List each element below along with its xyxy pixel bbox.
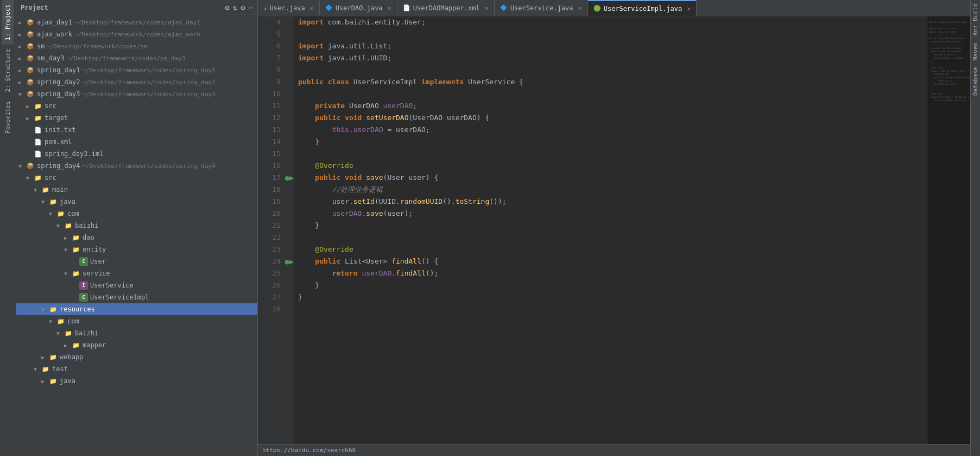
tab-close-user-java[interactable]: ✕ — [310, 4, 314, 12]
tree-item-spring-day4-test-java[interactable]: ▶ 📁 java — [16, 375, 257, 387]
label-spring-day4-entity: entity — [83, 246, 106, 253]
line-num-7: 7 — [258, 52, 281, 64]
tree-item-spring-day4-test[interactable]: ▼ 📁 test — [16, 363, 257, 375]
bp-11 — [285, 100, 294, 112]
tree-item-spring-day3-target[interactable]: ▶ 📁 target — [16, 112, 257, 124]
tree-item-spring-day3[interactable]: ▼ 📦 spring_day3 ~/Desktop/framework/code… — [16, 88, 257, 100]
tree-item-ajax-day1[interactable]: ▶ 📦 ajax_day1 ~/Desktop/framework/codes/… — [16, 16, 257, 28]
arrow-spring-day2: ▶ — [18, 79, 26, 85]
tree-item-spring-day4-userserviceimpl[interactable]: C UserServiceImpl — [16, 291, 257, 303]
tree-item-sm-day3[interactable]: ▶ 📦 sm_day3 ~/Desktop/framework/codes/sm… — [16, 52, 257, 64]
line-num-16: 16 — [258, 160, 281, 172]
bp-7 — [285, 52, 294, 64]
tree-item-spring-day4-user-class[interactable]: C User — [16, 255, 257, 267]
project-panel: Project ⚙ ⇅ ⚙ − ▶ 📦 ajax_day1 ~/Desktop/… — [16, 0, 258, 456]
minus-icon[interactable]: − — [249, 3, 253, 12]
code-line-21: } — [298, 220, 922, 232]
tree-item-spring-day2[interactable]: ▶ 📦 spring_day2 ~/Desktop/framework/code… — [16, 76, 257, 88]
arrow-spring-day4-resources: ▼ — [41, 307, 49, 313]
label-spring-day4-service: service — [83, 270, 110, 277]
tab-userdaomapper-xml[interactable]: 📄 UserDAOMapper.xml ✕ — [397, 0, 495, 16]
code-editor: 4 5 6 7 8 9 10 11 12 13 14 15 16 17 18 1… — [258, 16, 970, 444]
tab-label-userdaomapper: UserDAOMapper.xml — [413, 4, 480, 12]
tree-item-sm[interactable]: ▶ 📦 sm ~/Desktop/framework/codes/sm — [16, 40, 257, 52]
label-spring-day2: spring_day2 — [37, 78, 80, 86]
folder-icon-spring-day4-src: 📁 — [34, 173, 42, 182]
tab-close-userservice[interactable]: ✕ — [578, 4, 581, 12]
arrow-spring-day4: ▼ — [18, 163, 26, 169]
tree-item-spring-day4-service[interactable]: ▼ 📁 service — [16, 267, 257, 279]
code-line-5 — [298, 28, 922, 40]
tab-icon-userdao: 🔷 — [325, 4, 333, 11]
folder-icon-target: 📁 — [34, 114, 42, 122]
minimap: import com.baizhi.entity.User; import ja… — [927, 16, 970, 444]
tree-item-spring-day4-webapp[interactable]: ▶ 📁 webapp — [16, 351, 257, 363]
layout-icon[interactable]: ⇅ — [233, 3, 237, 12]
favorites-tab-strip[interactable]: Favorites — [2, 97, 14, 138]
bp-27 — [285, 291, 294, 303]
bp-21 — [285, 220, 294, 232]
tree-item-spring-day4-main[interactable]: ▼ 📁 main — [16, 184, 257, 196]
tree-item-spring-day1[interactable]: ▶ 📦 spring_day1 ~/Desktop/framework/code… — [16, 64, 257, 76]
code-content[interactable]: import com.baizhi.entity.User; import ja… — [294, 16, 927, 444]
code-line-10 — [298, 88, 922, 100]
arrow-sm: ▶ — [18, 43, 26, 49]
settings-icon[interactable]: ⚙ — [225, 3, 229, 12]
tree-item-spring-day4-res-mapper[interactable]: ▶ 📁 mapper — [16, 339, 257, 351]
right-panels-strip: Ant Build Maven Database — [970, 0, 980, 456]
arrow-spring-day4-entity: ▼ — [64, 247, 72, 253]
tree-item-ajax-work[interactable]: ▶ 📦 ajax_work ~/Desktop/framework/codes/… — [16, 28, 257, 40]
label-spring-day4-test: test — [52, 365, 68, 373]
tab-user-java[interactable]: ☕ User.java ✕ — [258, 0, 320, 16]
tree-item-spring-day4-resources[interactable]: ▼ 📁 resources — [16, 303, 257, 315]
bp-4 — [285, 16, 294, 28]
database-panel[interactable]: Database — [971, 64, 980, 99]
tab-icon-userserviceimpl: 🟢 — [593, 5, 601, 12]
code-line-24: public List<User> findAll() { — [298, 255, 922, 267]
project-header: Project ⚙ ⇅ ⚙ − — [16, 0, 257, 15]
tab-userserviceimpl-java[interactable]: 🟢 UserServiceImpl.java ✕ — [588, 0, 697, 16]
tree-item-spring-day4-src[interactable]: ▼ 📁 src — [16, 172, 257, 184]
tree-item-spring-day4-java[interactable]: ▼ 📁 java — [16, 196, 257, 208]
project-tab-strip[interactable]: 1: Project — [2, 0, 14, 45]
tab-close-userserviceimpl[interactable]: ✕ — [687, 5, 691, 13]
tab-userdao-java[interactable]: 🔷 UserDAO.java ✕ — [320, 0, 397, 16]
ant-build-panel[interactable]: Ant Build — [971, 0, 980, 39]
structure-tab-strip[interactable]: 2: Structure — [2, 45, 14, 96]
label-spring-day4-src: src — [45, 174, 56, 182]
tree-item-spring-day4-res-baizhi[interactable]: ▼ 📁 baizhi — [16, 327, 257, 339]
maven-panel[interactable]: Maven — [971, 39, 980, 64]
tree-item-spring-day3-pom[interactable]: 📄 pom.xml — [16, 136, 257, 148]
txt-icon-init: 📄 — [34, 126, 42, 134]
folder-icon-spring-day4-main: 📁 — [41, 185, 50, 194]
tree-item-spring-day4-userservice[interactable]: I UserService — [16, 279, 257, 291]
code-line-6: import java.util.List; — [298, 40, 922, 52]
tab-close-userdao[interactable]: ✕ — [388, 4, 391, 12]
arrow-spring-day4-main: ▼ — [34, 187, 41, 193]
bp-26 — [285, 279, 294, 291]
gear-icon[interactable]: ⚙ — [241, 3, 245, 12]
path-sm: ~/Desktop/framework/codes/sm — [47, 43, 147, 50]
tree-item-spring-day4-res-com[interactable]: ▼ 📁 com — [16, 315, 257, 327]
arrow-spring-day1: ▶ — [18, 67, 26, 73]
label-sm-day3: sm_day3 — [37, 54, 65, 62]
tab-close-userdaomapper[interactable]: ✕ — [485, 4, 489, 12]
tab-userservice-java[interactable]: 🔷 UserService.java ✕ — [495, 0, 588, 16]
tree-item-spring-day4-dao[interactable]: ▶ 📁 dao — [16, 232, 257, 243]
tree-item-spring-day3-iml[interactable]: 📄 spring_day3.iml — [16, 148, 257, 160]
line-num-21: 21 — [258, 220, 281, 232]
tree-item-spring-day4-baizhi[interactable]: ▼ 📁 baizhi — [16, 220, 257, 232]
code-line-14: } — [298, 136, 922, 148]
tab-label-userserviceimpl: UserServiceImpl.java — [604, 5, 682, 13]
tree-item-spring-day4-com[interactable]: ▼ 📁 com — [16, 208, 257, 220]
tree-item-spring-day3-init[interactable]: 📄 init.txt — [16, 124, 257, 136]
arrow-spring-day4-dao: ▶ — [64, 235, 72, 241]
arrow-spring-day3-target: ▶ — [26, 115, 34, 121]
code-line-15 — [298, 148, 922, 160]
tree-item-spring-day3-src[interactable]: ▶ 📁 src — [16, 100, 257, 112]
label-spring-day4-userservice: UserService — [90, 282, 133, 289]
tree-item-spring-day4-entity[interactable]: ▼ 📁 entity — [16, 243, 257, 255]
arrow-spring-day4-res-com: ▼ — [49, 318, 56, 324]
tree-item-spring-day4[interactable]: ▼ 📦 spring_day4 ~/Desktop/framework/code… — [16, 160, 257, 172]
line-num-15: 15 — [258, 148, 281, 160]
